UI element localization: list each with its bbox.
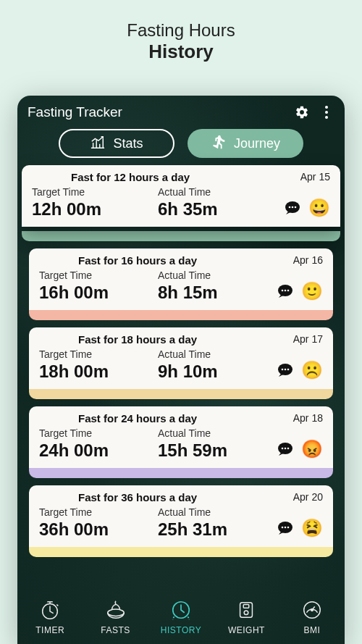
timer-icon [39,599,61,623]
target-label: Target Time [32,186,158,198]
target-time: 18h 00m [39,361,158,382]
svg-point-7 [295,206,297,209]
target-label: Target Time [39,348,158,360]
promo-line1: Fasting Hours [0,20,362,41]
journey-icon [211,134,227,154]
comment-icon[interactable] [277,362,295,378]
card-heading: Fast for 24 hours a day [39,412,323,425]
svg-point-31 [311,609,313,611]
history-card[interactable]: Fast for 18 hours a dayApr 17Target Time… [29,327,333,389]
nav-item-fasts[interactable]: FASTS [83,590,148,644]
comment-icon[interactable] [277,283,295,299]
target-label: Target Time [39,506,158,518]
comment-icon[interactable] [277,520,295,536]
actual-time: 15h 59m [158,440,277,461]
svg-point-5 [289,206,291,209]
svg-point-10 [285,290,287,292]
svg-point-15 [287,369,290,371]
settings-icon[interactable] [294,104,310,120]
stats-tab[interactable]: Stats [59,129,174,158]
nav-label: BMI [303,625,320,635]
mood-emoji[interactable]: 🙂 [301,283,323,300]
card-strip [22,231,340,241]
bottom-nav: TIMERFASTSHISTORYWEIGHTBMI [17,590,345,644]
svg-point-11 [287,290,290,292]
target-time: 12h 00m [32,199,158,219]
svg-point-2 [325,116,328,119]
nav-label: FASTS [101,625,130,635]
history-card[interactable]: Fast for 16 hours a dayApr 16Target Time… [29,248,333,310]
actual-time: 8h 15m [158,283,277,303]
nav-item-history[interactable]: HISTORY [148,590,214,644]
card-heading: Fast for 16 hours a day [39,254,323,267]
mood-emoji[interactable]: 😀 [308,199,330,217]
card-date: Apr 18 [293,412,323,424]
svg-point-6 [292,206,294,209]
card-date: Apr 16 [293,254,323,266]
mood-emoji[interactable]: 😡 [301,440,323,458]
svg-point-19 [287,448,290,450]
svg-point-18 [285,448,287,450]
svg-point-1 [325,111,328,114]
mood-emoji[interactable]: ☹️ [301,361,323,379]
svg-point-21 [282,527,284,529]
journey-tab-label: Journey [234,136,280,151]
phone-frame: Fasting Tracker Stats Journey Fast for 1… [17,96,345,644]
nav-label: HISTORY [161,625,201,635]
fasts-icon [105,599,127,623]
bmi-icon [301,599,323,623]
card-heading: Fast for 36 hours a day [39,491,323,503]
nav-label: WEIGHT [228,625,265,635]
weight-icon [235,599,257,623]
svg-point-0 [325,106,328,109]
card-heading: Fast for 18 hours a day [39,333,323,346]
journey-tab[interactable]: Journey [188,129,303,158]
target-time: 36h 00m [39,519,158,540]
svg-point-17 [282,448,284,450]
actual-label: Actual Time [158,269,277,281]
nav-item-weight[interactable]: WEIGHT [214,590,279,644]
actual-time: 9h 10m [158,361,277,382]
svg-point-13 [282,369,284,371]
card-strip [29,468,333,478]
card-strip [29,310,333,320]
svg-point-22 [285,527,287,529]
actual-label: Actual Time [158,427,277,439]
card-strip [29,389,333,399]
target-time: 16h 00m [39,283,158,303]
more-icon[interactable] [319,104,334,120]
nav-item-timer[interactable]: TIMER [17,590,83,644]
app-bar: Fasting Tracker [17,96,345,125]
actual-time: 25h 31m [158,519,277,540]
target-time: 24h 00m [39,440,158,461]
card-date: Apr 15 [300,171,330,183]
svg-point-25 [107,609,124,616]
actual-label: Actual Time [158,348,277,360]
stats-tab-label: Stats [113,136,143,151]
comment-icon[interactable] [284,200,303,216]
comment-icon[interactable] [277,441,295,457]
history-card[interactable]: Fast for 36 hours a dayApr 20Target Time… [29,485,333,547]
svg-rect-28 [244,605,250,609]
svg-point-14 [285,369,287,371]
actual-time: 6h 35m [158,199,284,219]
card-date: Apr 17 [293,333,323,345]
svg-point-23 [287,527,290,529]
actual-label: Actual Time [158,186,284,198]
history-card[interactable]: Fast for 12 hours a dayApr 15Target Time… [22,165,340,227]
promo-line2: History [0,41,362,63]
mood-emoji[interactable]: 😫 [301,519,323,537]
history-card[interactable]: Fast for 24 hours a dayApr 18Target Time… [29,406,333,468]
card-heading: Fast for 12 hours a day [32,171,330,183]
target-label: Target Time [39,427,158,439]
nav-item-bmi[interactable]: BMI [279,590,345,644]
history-icon [170,599,192,623]
app-title: Fasting Tracker [28,104,285,120]
promo-title: Fasting Hours History [0,0,362,67]
svg-point-9 [282,290,284,292]
card-strip [29,547,333,557]
stats-icon [90,135,106,153]
nav-label: TIMER [35,625,64,635]
target-label: Target Time [39,269,158,281]
card-date: Apr 20 [293,491,323,503]
